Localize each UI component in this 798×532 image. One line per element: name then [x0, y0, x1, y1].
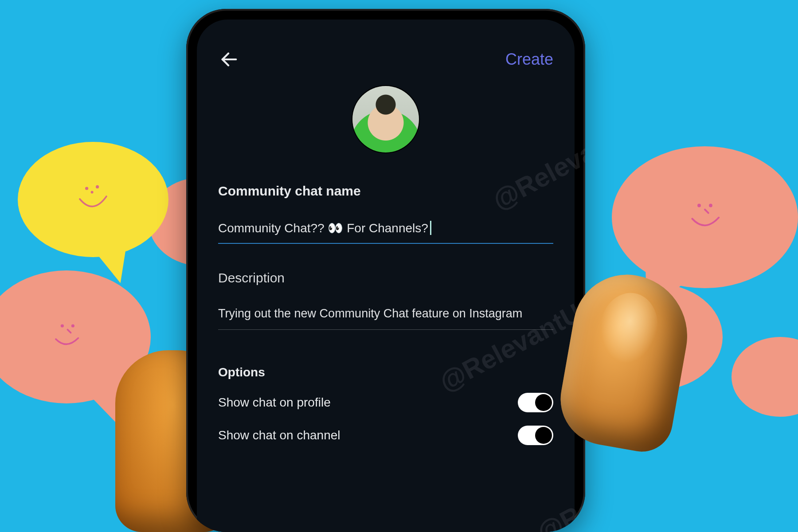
option-row-show-on-channel: Show chat on channel [218, 426, 553, 445]
text-cursor [430, 221, 431, 235]
create-button[interactable]: Create [505, 50, 553, 69]
svg-point-2 [91, 191, 94, 193]
svg-point-3 [61, 324, 64, 327]
smiley-face-icon [40, 307, 93, 367]
speech-bubble-pink [732, 337, 798, 417]
speech-bubble-yellow [18, 142, 168, 257]
toggle-show-on-channel[interactable] [518, 426, 553, 445]
illustration-stage: Create Community chat name Description O… [0, 0, 798, 532]
community-chat-name-label: Community chat name [218, 184, 553, 199]
back-button[interactable] [218, 48, 240, 70]
svg-point-6 [709, 204, 712, 207]
svg-point-0 [85, 187, 88, 190]
description-label: Description [218, 270, 553, 286]
smiley-face-icon [66, 170, 120, 229]
svg-point-1 [96, 185, 99, 188]
toggle-show-on-profile[interactable] [518, 393, 553, 412]
community-chat-name-input[interactable] [218, 221, 553, 244]
speech-bubble-pink [612, 146, 798, 288]
svg-point-4 [71, 324, 74, 327]
phone-screen: Create Community chat name Description O… [197, 20, 575, 532]
options-label: Options [218, 365, 553, 379]
option-label: Show chat on profile [218, 395, 331, 410]
smiley-face-icon [676, 185, 734, 249]
avatar[interactable] [352, 86, 419, 153]
option-row-show-on-profile: Show chat on profile [218, 393, 553, 412]
top-bar: Create [218, 46, 553, 73]
option-label: Show chat on channel [218, 428, 340, 442]
svg-point-5 [697, 204, 701, 207]
description-input[interactable] [218, 307, 553, 330]
arrow-left-icon [219, 49, 239, 70]
phone-frame: Create Community chat name Description O… [186, 9, 585, 532]
